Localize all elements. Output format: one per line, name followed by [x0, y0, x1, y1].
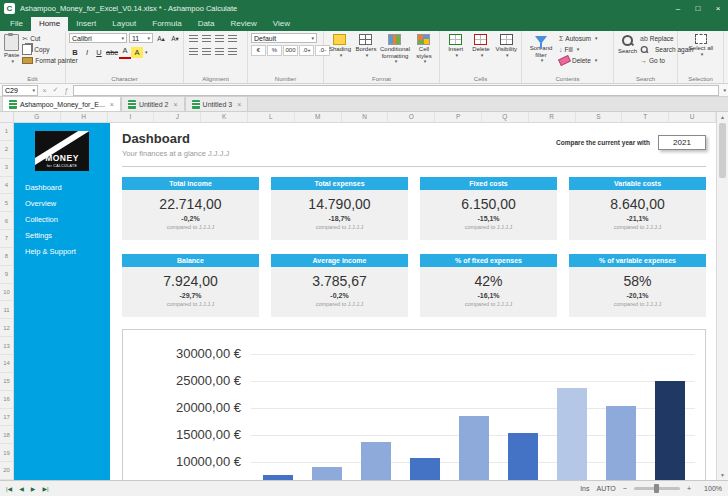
- column-header-R[interactable]: R: [529, 112, 576, 122]
- align-top-button[interactable]: [187, 33, 200, 44]
- maximize-button[interactable]: □: [688, 0, 708, 17]
- row-header-15[interactable]: 15: [0, 373, 13, 391]
- zoom-out-icon[interactable]: −: [623, 485, 627, 492]
- menu-tab-home[interactable]: Home: [31, 17, 68, 31]
- row-header-17[interactable]: 17: [0, 409, 13, 427]
- previous-sheet-icon[interactable]: ◀: [19, 485, 24, 492]
- sidebar-item-help-support[interactable]: Help & Support: [25, 247, 110, 256]
- menu-tab-review[interactable]: Review: [223, 17, 265, 31]
- row-header-19[interactable]: 19: [0, 444, 13, 462]
- column-header-L[interactable]: L: [248, 112, 295, 122]
- close-icon[interactable]: ×: [174, 101, 178, 108]
- row-header-2[interactable]: 2: [0, 141, 13, 159]
- close-icon[interactable]: ×: [237, 101, 241, 108]
- number-format-select[interactable]: Default ▾: [251, 33, 317, 43]
- shrink-font-button[interactable]: A▾: [169, 33, 181, 44]
- percent-format-button[interactable]: %: [267, 45, 282, 56]
- confirm-icon[interactable]: ✓: [51, 86, 60, 94]
- grow-font-button[interactable]: A▴: [155, 33, 167, 44]
- fill-button[interactable]: ↓Fill▾: [559, 44, 598, 55]
- close-button[interactable]: ×: [708, 0, 728, 17]
- sidebar-item-dashboard[interactable]: Dashboard: [25, 183, 110, 192]
- scrollbar-thumb[interactable]: [719, 123, 726, 178]
- align-left-button[interactable]: [187, 46, 200, 57]
- row-header-20[interactable]: 20: [0, 462, 13, 480]
- row-header-10[interactable]: 10: [0, 284, 13, 302]
- font-family-select[interactable]: Calibri ▾: [69, 33, 127, 43]
- column-header-I[interactable]: I: [108, 112, 155, 122]
- rotate-text-button[interactable]: [226, 33, 239, 44]
- font-size-select[interactable]: 11 ▾: [129, 33, 153, 43]
- document-tab[interactable]: Untitled 3×: [185, 96, 249, 111]
- row-header-14[interactable]: 14: [0, 355, 13, 373]
- minimize-button[interactable]: –: [668, 0, 688, 17]
- column-header-H[interactable]: H: [61, 112, 108, 122]
- thousands-separator-button[interactable]: 000: [283, 45, 298, 56]
- sidebar-item-settings[interactable]: Settings: [25, 231, 110, 240]
- sort-and-filter-button[interactable]: Sort and filter ▾: [525, 33, 557, 74]
- currency-format-button[interactable]: €: [251, 45, 266, 56]
- scroll-up-icon[interactable]: ▲: [717, 112, 728, 122]
- column-header-G[interactable]: G: [14, 112, 61, 122]
- function-icon[interactable]: ƒ: [62, 87, 71, 94]
- menu-tab-view[interactable]: View: [265, 17, 298, 31]
- shading-button[interactable]: Shading▾: [327, 33, 353, 74]
- strikethrough-button[interactable]: abc: [105, 47, 119, 58]
- merge-cells-button[interactable]: [226, 46, 239, 57]
- column-header-U[interactable]: U: [669, 112, 716, 122]
- row-header-3[interactable]: 3: [0, 159, 13, 177]
- conditional-formatting-button[interactable]: Conditional formatting▾: [379, 33, 411, 74]
- next-sheet-icon[interactable]: ▶: [31, 485, 36, 492]
- zoom-level[interactable]: 100%: [698, 485, 722, 492]
- row-header-6[interactable]: 6: [0, 212, 13, 230]
- insert-cells-button[interactable]: Insert▾: [443, 33, 468, 74]
- row-header-16[interactable]: 16: [0, 391, 13, 409]
- add-decimal-button[interactable]: .0+: [299, 45, 314, 56]
- row-header-1[interactable]: 1: [0, 123, 13, 141]
- font-color-button[interactable]: A: [119, 46, 131, 59]
- sidebar-item-collection[interactable]: Collection: [25, 215, 110, 224]
- document-tab[interactable]: Ashampoo_Money_for_E...×: [2, 96, 121, 111]
- row-header-8[interactable]: 8: [0, 248, 13, 266]
- last-sheet-icon[interactable]: ▶|: [42, 485, 48, 492]
- row-header-7[interactable]: 7: [0, 230, 13, 248]
- menu-tab-insert[interactable]: Insert: [68, 17, 104, 31]
- align-right-button[interactable]: [213, 46, 226, 57]
- insert-mode-indicator[interactable]: Ins: [580, 485, 589, 492]
- auto-mode-indicator[interactable]: AUTO: [596, 485, 615, 492]
- search-button[interactable]: Search: [617, 33, 638, 74]
- formula-input[interactable]: [73, 85, 719, 96]
- document-tab[interactable]: Untitled 2×: [121, 96, 185, 111]
- row-header-9[interactable]: 9: [0, 266, 13, 284]
- column-header-T[interactable]: T: [622, 112, 669, 122]
- column-header-K[interactable]: K: [201, 112, 248, 122]
- row-header-18[interactable]: 18: [0, 426, 13, 444]
- menu-tab-data[interactable]: Data: [190, 17, 223, 31]
- cell-reference-box[interactable]: C29 ▾: [2, 85, 38, 96]
- row-header-5[interactable]: 5: [0, 194, 13, 212]
- cancel-icon[interactable]: ×: [40, 87, 49, 94]
- highlight-color-button[interactable]: A: [131, 47, 143, 58]
- zoom-slider-thumb[interactable]: [654, 484, 659, 493]
- zoom-in-icon[interactable]: +: [687, 485, 691, 492]
- autosum-button[interactable]: ΣAutosum▾: [559, 33, 598, 44]
- borders-button[interactable]: Borders▾: [353, 33, 379, 74]
- cell-styles-button[interactable]: Cell styles▾: [411, 33, 437, 74]
- italic-button[interactable]: I: [81, 47, 93, 58]
- column-header-J[interactable]: J: [154, 112, 201, 122]
- zoom-slider[interactable]: [634, 487, 680, 490]
- visibility-button[interactable]: Visibility▾: [494, 33, 519, 74]
- align-middle-button[interactable]: [200, 33, 213, 44]
- menu-tab-formula[interactable]: Formula: [144, 17, 189, 31]
- align-center-button[interactable]: [200, 46, 213, 57]
- column-header-N[interactable]: N: [342, 112, 389, 122]
- column-header-S[interactable]: S: [576, 112, 623, 122]
- column-header-P[interactable]: P: [435, 112, 482, 122]
- row-header-11[interactable]: 11: [0, 301, 13, 319]
- row-header-13[interactable]: 13: [0, 337, 13, 355]
- delete-cells-button[interactable]: Delete▾: [468, 33, 493, 74]
- row-header-4[interactable]: 4: [0, 177, 13, 195]
- column-header-Q[interactable]: Q: [482, 112, 529, 122]
- scroll-down-icon[interactable]: ▼: [717, 470, 728, 480]
- row-header-12[interactable]: 12: [0, 319, 13, 337]
